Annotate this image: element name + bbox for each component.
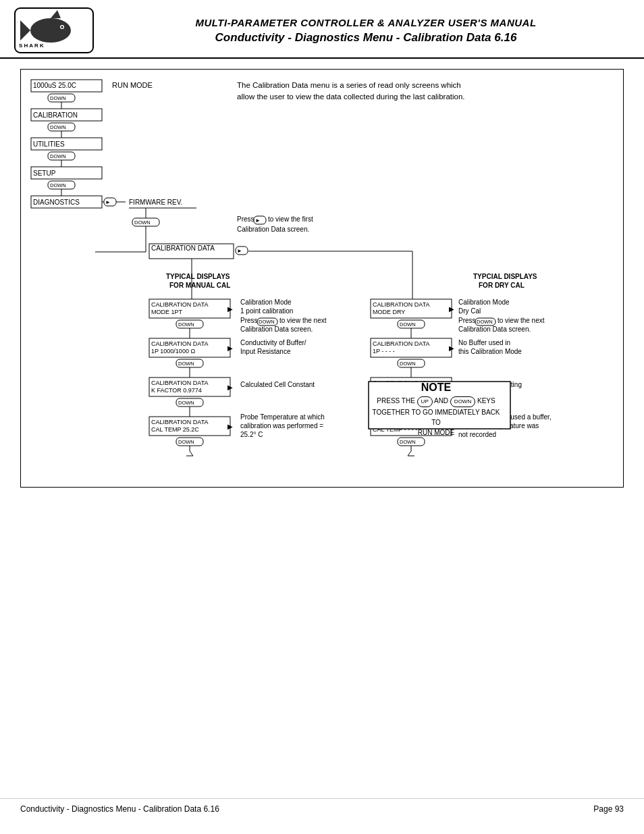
svg-point-5	[61, 26, 63, 28]
svg-text:▶: ▶	[227, 423, 233, 430]
svg-line-95	[190, 451, 193, 456]
svg-text:DOWN: DOWN	[477, 319, 493, 325]
svg-text:►: ►	[105, 199, 111, 205]
svg-text:No Buffer used in: No Buffer used in	[458, 339, 510, 346]
svg-marker-2	[20, 20, 30, 41]
svg-text:DOWN: DOWN	[50, 124, 66, 130]
svg-text:FOR MANUAL CAL: FOR MANUAL CAL	[169, 282, 230, 289]
svg-text:DOWN: DOWN	[400, 321, 416, 328]
svg-text:Input Resistance: Input Resistance	[240, 348, 291, 355]
svg-text:TYPCIAL DISPLAYS: TYPCIAL DISPLAYS	[473, 273, 537, 280]
diagram-box: The Calibration Data menu is a series of…	[20, 69, 624, 488]
logo: S H A R K	[14, 7, 95, 54]
svg-text:CALIBRATION DATA: CALIBRATION DATA	[151, 301, 209, 308]
svg-text:CALIBRATION DATA: CALIBRATION DATA	[151, 419, 209, 425]
svg-text:1P - - - -: 1P - - - -	[373, 348, 395, 355]
svg-text:Calibration Mode: Calibration Mode	[458, 298, 510, 306]
svg-text:DOWN: DOWN	[50, 153, 66, 159]
up-btn-icon: UP	[417, 396, 433, 407]
svg-text:FOR DRY CAL: FOR DRY CAL	[479, 282, 525, 289]
svg-text:S  H  A  R  K: S H A R K	[19, 43, 44, 49]
svg-text:Calibration Data screen.: Calibration Data screen.	[458, 325, 531, 333]
svg-text:DIAGNOSTICS: DIAGNOSTICS	[33, 199, 80, 206]
svg-text:calibration was performed =: calibration was performed =	[240, 422, 323, 429]
svg-text:▶: ▶	[227, 384, 233, 391]
svg-text:DOWN: DOWN	[134, 219, 151, 226]
svg-text:to view the next: to view the next	[498, 317, 545, 324]
svg-text:CALIBRATION DATA: CALIBRATION DATA	[151, 380, 209, 386]
svg-text:TYPICAL DISPLAYS: TYPICAL DISPLAYS	[166, 273, 230, 280]
footer-left: Conductivity - Diagnostics Menu - Calibr…	[20, 804, 219, 814]
svg-text:Dry Cal: Dry Cal	[458, 307, 481, 315]
svg-text:Probe Temperature at which: Probe Temperature at which	[240, 413, 325, 421]
svg-text:SETUP: SETUP	[33, 170, 56, 177]
svg-text:RUN MODE: RUN MODE	[112, 81, 153, 89]
svg-text:DOWN: DOWN	[178, 400, 194, 406]
note-content: PRESS THE UP AND DOWN KEYS TOGETHER TO G…	[369, 396, 504, 438]
svg-text:CALIBRATION DATA: CALIBRATION DATA	[151, 340, 209, 347]
svg-text:CALIBRATION DATA: CALIBRATION DATA	[373, 301, 430, 308]
svg-text:▶: ▶	[227, 344, 233, 352]
svg-text:to view the next: to view the next	[279, 317, 327, 324]
svg-text:to view the first: to view the first	[268, 215, 313, 223]
svg-text:UTILITIES: UTILITIES	[33, 140, 65, 148]
footer-right: Page 93	[593, 804, 624, 814]
header-title2: Conductivity - Diagnostics Menu - Calibr…	[101, 31, 630, 45]
header-title1: MULTI-PARAMETER CONTROLLER & ANALYZER US…	[101, 17, 630, 28]
svg-text:▶: ▶	[449, 305, 454, 313]
note-title: NOTE	[369, 382, 504, 394]
svg-text:Calculated Cell Constant: Calculated Cell Constant	[240, 381, 315, 388]
svg-text:Calibration Data screen.: Calibration Data screen.	[237, 226, 309, 233]
header-text-area: MULTI-PARAMETER CONTROLLER & ANALYZER US…	[95, 17, 630, 45]
svg-text:DOWN: DOWN	[178, 361, 194, 367]
svg-text:CALIBRATION DATA: CALIBRATION DATA	[151, 244, 215, 252]
svg-text:DOWN: DOWN	[400, 361, 416, 367]
svg-line-143	[408, 451, 411, 456]
svg-text:CALIBRATION DATA: CALIBRATION DATA	[373, 340, 430, 347]
page-header: S H A R K MULTI-PARAMETER CONTROLLER & A…	[0, 0, 644, 59]
svg-text:▶: ▶	[449, 344, 454, 352]
svg-text:FIRMWARE REV.: FIRMWARE REV.	[129, 199, 182, 206]
svg-text:Press: Press	[237, 215, 254, 223]
svg-point-1	[30, 18, 71, 43]
svg-text:DOWN: DOWN	[178, 321, 194, 328]
svg-text:1 point calibration: 1 point calibration	[240, 307, 293, 315]
svg-text:DOWN: DOWN	[400, 439, 416, 445]
svg-text:K FACTOR 0.9774: K FACTOR 0.9774	[151, 387, 202, 394]
svg-text:Conductivity of Buffer/: Conductivity of Buffer/	[240, 339, 306, 346]
svg-marker-3	[51, 10, 61, 18]
svg-text:▶: ▶	[227, 305, 233, 313]
svg-text:DOWN: DOWN	[259, 319, 275, 325]
svg-text:1P 1000/1000 Ω: 1P 1000/1000 Ω	[151, 348, 195, 355]
svg-text:25.2° C: 25.2° C	[240, 431, 263, 438]
main-content: The Calibration Data menu is a series of…	[0, 59, 644, 498]
svg-text:CALIBRATION: CALIBRATION	[33, 111, 78, 119]
svg-text:this Calibration Mode: this Calibration Mode	[458, 348, 522, 355]
svg-text:Press: Press	[458, 317, 476, 324]
svg-text:Calibration Mode: Calibration Mode	[240, 298, 292, 306]
svg-text:CAL TEMP 25.2C: CAL TEMP 25.2C	[151, 426, 199, 433]
svg-text:►: ►	[237, 248, 242, 254]
svg-text:DOWN: DOWN	[50, 182, 66, 188]
down-btn-icon: DOWN	[450, 396, 475, 407]
note-box: NOTE PRESS THE UP AND DOWN KEYS TOGETHER…	[369, 382, 504, 438]
svg-text:DOWN: DOWN	[178, 439, 194, 445]
svg-text:MODE DRY: MODE DRY	[373, 309, 405, 315]
svg-text:MODE  1PT: MODE 1PT	[151, 309, 183, 315]
footer: Conductivity - Diagnostics Menu - Calibr…	[0, 798, 644, 814]
svg-text:1000uS  25.0C: 1000uS 25.0C	[33, 82, 76, 89]
svg-text:Press: Press	[240, 317, 258, 324]
svg-text:DOWN: DOWN	[50, 95, 66, 101]
svg-text:►: ►	[255, 217, 261, 224]
svg-text:Calibration Data screen.: Calibration Data screen.	[240, 325, 313, 333]
